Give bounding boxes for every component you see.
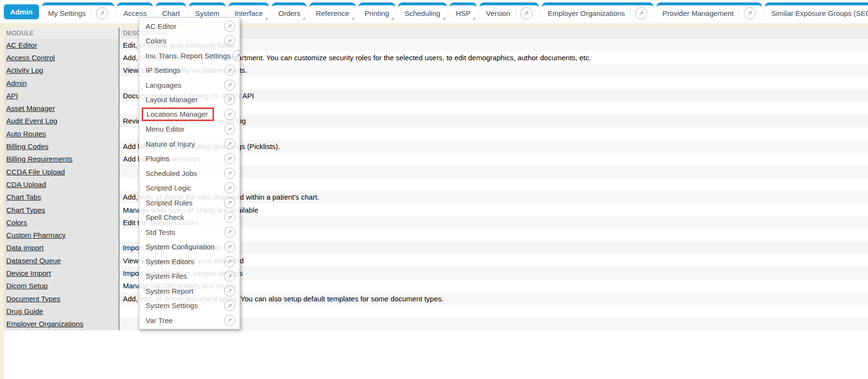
- tab-employer-organizations[interactable]: Employer Organizations↗: [542, 2, 654, 21]
- module-cell: Drug Guide: [4, 305, 120, 317]
- table-row: Document TypesAdd, edit, or delete docum…: [4, 292, 868, 305]
- tab-label: Scheduling: [404, 9, 440, 17]
- module-link-ccda-file-upload[interactable]: CCDA File Upload: [6, 168, 65, 176]
- module-link-access-control[interactable]: Access Control: [6, 54, 55, 62]
- admin-button[interactable]: Admin: [4, 4, 39, 19]
- menu-item-menu-editor[interactable]: Menu Editor↗: [139, 122, 240, 137]
- table-row: Drug Guide: [4, 305, 868, 317]
- module-cell: Colors: [4, 216, 120, 229]
- open-arrow-icon[interactable]: ↗: [224, 21, 235, 32]
- menu-item-locations-manager[interactable]: Locations Manager↗: [139, 107, 240, 122]
- open-arrow-icon[interactable]: ↗: [224, 182, 235, 193]
- open-arrow-icon[interactable]: ↗: [224, 212, 235, 223]
- module-link-api[interactable]: API: [6, 92, 18, 100]
- open-arrow-icon[interactable]: ↗: [635, 7, 647, 19]
- tab-hsp[interactable]: HSP: [450, 2, 477, 21]
- tab-icon-divider: [630, 8, 630, 19]
- module-link-device-import[interactable]: Device Import: [6, 269, 51, 277]
- open-arrow-icon[interactable]: ↗: [224, 65, 235, 76]
- menu-item-ac-editor[interactable]: AC Editor↗: [139, 19, 240, 34]
- header-module: MODULE: [4, 27, 120, 39]
- module-link-ac-editor[interactable]: AC Editor: [6, 41, 37, 49]
- open-arrow-icon[interactable]: ↗: [224, 35, 235, 46]
- open-arrow-icon[interactable]: ↗: [521, 7, 533, 19]
- module-link-employer-organizations[interactable]: Employer Organizations: [6, 320, 83, 328]
- menu-item-plugins[interactable]: Plugins↗: [139, 151, 240, 166]
- module-link-admin[interactable]: Admin: [6, 79, 27, 87]
- tab-version[interactable]: Version↗: [480, 2, 538, 21]
- menu-item-ip-settings[interactable]: IP Settings↗: [139, 63, 240, 78]
- module-link-billing-requirements[interactable]: Billing Requirements: [6, 155, 73, 163]
- menu-item-label: Spell Check: [146, 213, 222, 221]
- tab-my-settings[interactable]: My Settings↗: [42, 2, 114, 21]
- menu-item-system-configuration[interactable]: System Configuration↗: [139, 240, 240, 255]
- tab-orders[interactable]: Orders: [272, 2, 307, 21]
- tab-icon-divider: [515, 8, 516, 19]
- module-link-data-import[interactable]: Data import: [6, 244, 44, 252]
- module-link-activity-log[interactable]: Activity Log: [6, 66, 43, 74]
- open-arrow-icon[interactable]: ↗: [224, 300, 235, 311]
- menu-item-system-files[interactable]: System Files↗: [139, 269, 240, 284]
- open-arrow-icon[interactable]: ↗: [224, 315, 235, 326]
- caret-down-icon: [302, 17, 305, 20]
- module-link-document-types[interactable]: Document Types: [6, 295, 60, 303]
- tab-reference[interactable]: Reference: [309, 2, 355, 21]
- open-arrow-icon[interactable]: ↗: [224, 138, 235, 149]
- menu-item-var-tree[interactable]: Var Tree↗: [139, 313, 240, 328]
- module-link-cda-upload[interactable]: CDA Upload: [6, 180, 46, 189]
- open-arrow-icon[interactable]: ↗: [224, 168, 235, 179]
- table-row: Auto Routes: [4, 127, 868, 140]
- menu-item-inv-trans-report-settings[interactable]: Inv. Trans. Report Settings↗: [139, 48, 240, 63]
- tab-provider-management[interactable]: Provider Management↗: [656, 2, 762, 21]
- menu-item-label: Plugins: [146, 154, 222, 162]
- tab-similar-exposure-groups-segs[interactable]: Similar Exposure Groups (SEGs)↗: [765, 2, 868, 21]
- tab-label: HSP: [456, 9, 471, 17]
- module-link-colors[interactable]: Colors: [6, 218, 27, 227]
- menu-item-nature-of-injury[interactable]: Nature of Injury↗: [139, 136, 240, 151]
- module-link-auto-routes[interactable]: Auto Routes: [6, 130, 46, 138]
- open-arrow-icon[interactable]: ↗: [224, 123, 235, 135]
- top-margin: [0, 23, 868, 27]
- menu-item-languages[interactable]: Languages↗: [139, 78, 240, 93]
- module-link-drug-guide[interactable]: Drug Guide: [6, 307, 43, 315]
- open-arrow-icon[interactable]: ↗: [224, 227, 235, 238]
- module-link-asset-manager[interactable]: Asset Manager: [6, 104, 55, 112]
- menu-item-system-report[interactable]: System Report↗: [139, 284, 240, 298]
- tab-printing[interactable]: Printing: [359, 2, 396, 21]
- module-link-custom-pharmacy[interactable]: Custom Pharmacy: [6, 231, 66, 239]
- module-link-chart-tabs[interactable]: Chart Tabs: [6, 193, 41, 201]
- open-arrow-icon[interactable]: ↗: [224, 256, 235, 267]
- open-arrow-icon[interactable]: ↗: [224, 94, 235, 105]
- tab-label: Version: [486, 9, 510, 17]
- tab-scheduling[interactable]: Scheduling: [398, 2, 446, 21]
- menu-item-scripted-logic[interactable]: Scripted Logic↗: [139, 181, 240, 196]
- open-arrow-icon[interactable]: ↗: [224, 271, 235, 282]
- menu-item-spell-check[interactable]: Spell Check↗: [139, 210, 240, 225]
- module-cell: Dicom Setup: [4, 280, 120, 292]
- menu-item-std-tests[interactable]: Std Tests↗: [139, 225, 240, 240]
- table-row: Admin: [4, 77, 868, 89]
- menu-item-colors[interactable]: Colors↗: [139, 34, 240, 49]
- open-arrow-icon[interactable]: ↗: [224, 241, 235, 252]
- menu-item-scripted-rules[interactable]: Scripted Rules↗: [139, 195, 240, 210]
- menu-item-system-settings[interactable]: System Settings↗: [139, 298, 240, 313]
- content-area: MODULE DESCRIPTION AC EditorEdit, or del…: [0, 23, 868, 379]
- open-arrow-icon[interactable]: ↗: [744, 7, 756, 19]
- menu-item-system-editors[interactable]: System Editors↗: [139, 254, 240, 269]
- open-arrow-icon[interactable]: ↗: [224, 109, 235, 120]
- module-link-billing-codes[interactable]: Billing Codes: [6, 142, 49, 150]
- open-arrow-icon[interactable]: ↗: [224, 153, 235, 164]
- top-nav: Admin My Settings↗AccessChartSystemInter…: [0, 0, 868, 23]
- open-arrow-icon[interactable]: ↗: [224, 80, 235, 91]
- module-link-datasend-queue[interactable]: Datasend Queue: [6, 257, 61, 265]
- module-link-dicom-setup[interactable]: Dicom Setup: [6, 282, 48, 290]
- open-arrow-icon[interactable]: ↗: [224, 285, 235, 297]
- module-link-chart-types[interactable]: Chart Types: [6, 206, 45, 214]
- module-cell: CCDA File Upload: [4, 165, 120, 178]
- module-link-audit-event-log[interactable]: Audit Event Log: [6, 117, 57, 125]
- open-arrow-icon[interactable]: ↗: [224, 197, 235, 208]
- open-arrow-icon[interactable]: ↗: [96, 7, 108, 19]
- menu-item-layout-manager[interactable]: Layout Manager↗: [139, 93, 240, 108]
- table-row: AC EditorEdit, or delete auto-complete f…: [4, 39, 868, 51]
- menu-item-scheduled-jobs[interactable]: Scheduled Jobs↗: [139, 166, 240, 181]
